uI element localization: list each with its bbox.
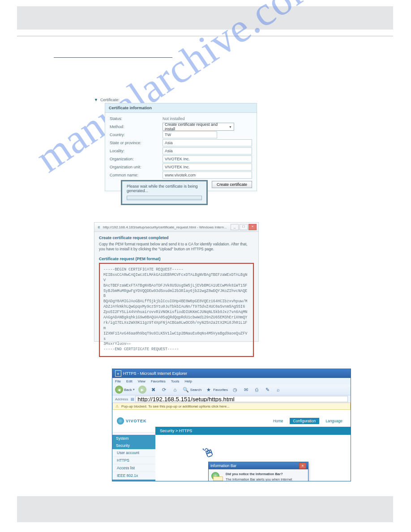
panel-title: Certificate information: [105, 103, 257, 113]
nav-configuration[interactable]: Configuration: [290, 418, 320, 424]
common-name-label: Common name:: [110, 173, 163, 177]
nav-language[interactable]: Language: [322, 418, 346, 424]
generating-certificate-dialog: Please wait while the certificate is bei…: [121, 180, 208, 205]
browser-window: e HTTPS - Microsoft Internet Explorer Fi…: [112, 369, 351, 481]
page-icon: ▤: [131, 397, 134, 401]
request-completed-heading: Create certificate request completed: [99, 236, 254, 240]
search-icon[interactable]: 🔍: [182, 386, 189, 393]
browser-title: HTTPS - Microsoft Internet Explorer: [123, 371, 187, 376]
state-label: State or province:: [110, 141, 163, 145]
request-instructions: Copy the PEM format request below and se…: [99, 242, 254, 252]
pem-subheading: Certificate request (PEM format): [99, 257, 254, 261]
home-icon[interactable]: ⌂: [171, 386, 179, 393]
browser-address-bar: Address ▤: [112, 395, 351, 403]
browser-titlebar: e HTTPS - Microsoft Internet Explorer: [112, 369, 351, 378]
search-label: Search: [190, 388, 201, 392]
minimize-button[interactable]: _: [231, 224, 239, 230]
org-label: Organization:: [110, 157, 163, 161]
section-underline: [54, 53, 172, 58]
pem-line: rk/igI7ELXs2WX8K11gz9T4XpFNjACBGa0LwOCOh…: [103, 321, 249, 331]
brand: VIVOTEK: [117, 417, 147, 425]
window-titlebar: e http://192.168.4.183/setup/security/ce…: [94, 223, 258, 232]
history-icon[interactable]: ◷: [231, 386, 239, 393]
page-header-rule: [17, 36, 393, 36]
stop-icon[interactable]: ✖: [150, 386, 157, 393]
org-unit-label: Organization unit:: [110, 165, 163, 169]
favorites-label: Favorites: [213, 388, 228, 392]
pem-line: 3MsxrYluov==: [103, 342, 249, 347]
sidebar-group-security[interactable]: Security: [112, 442, 155, 449]
pem-line: MIIBssCCARwCAQIwczELMAkGA1UEBhMCVFcxDTAL…: [103, 273, 249, 283]
address-label: Address: [115, 397, 128, 401]
dialog-body-text: The Information Bar alerts you when Inte…: [226, 477, 305, 481]
sidebar-item-access-list[interactable]: Access list: [112, 464, 155, 472]
information-bar-dialog: Information Bar × Did you notice the Inf…: [208, 462, 308, 481]
method-selected-text: Create certificate request and install: [165, 122, 229, 131]
country-field[interactable]: [163, 131, 217, 138]
menu-tools[interactable]: Tools: [171, 379, 180, 383]
info-bar-icon: [211, 472, 223, 481]
main-panel: Information Bar × Did you notice the Inf…: [155, 435, 351, 481]
method-label: Method:: [110, 124, 163, 129]
menu-file[interactable]: File: [115, 379, 121, 383]
back-icon[interactable]: ◄: [115, 386, 123, 394]
certificate-section-label: Certificate:: [100, 98, 120, 102]
certificate-form-figure: ▼ Certificate: Certificate information S…: [94, 96, 257, 205]
close-button[interactable]: ×: [248, 224, 257, 230]
pem-line: IZXNF1IAvG46aa0h9bqT9u9ILKSV1lwC1p2BNauE…: [103, 331, 249, 342]
pem-line: BAcTBEFzaWExFTATBgNVBAoTDFJVk8USUsgSW5jL…: [103, 283, 249, 289]
back-label: Back: [124, 388, 132, 392]
pem-line: -----BEGIN CERTIFICATE REQUEST-----: [103, 267, 249, 273]
maximize-button[interactable]: □: [240, 224, 248, 230]
collapse-triangle-icon[interactable]: ▼: [94, 98, 98, 102]
sidebar-item-ieee8021x[interactable]: IEEE 802.1x: [112, 472, 155, 480]
popup-blocked-bar[interactable]: ⚠ Pop-up blocked. To see this pop-up or …: [112, 403, 351, 410]
certificate-info-panel: Certificate information Status: Not inst…: [105, 103, 257, 191]
menu-favorites[interactable]: Favorites: [151, 379, 166, 383]
page-content: VIVOTEK Home Configuration Language Secu…: [112, 410, 351, 481]
favorites-icon[interactable]: ★: [205, 386, 212, 393]
state-field[interactable]: [163, 139, 252, 146]
pem-line: ZpoSI2FY5Li44VnhuairovvRiVNOKisfiodDIUKK…: [103, 310, 249, 315]
breadcrumb: Security > HTTPS: [160, 429, 192, 433]
create-certificate-button[interactable]: Create certificate: [212, 181, 252, 188]
pem-request-window: e http://192.168.4.183/setup/security/ce…: [94, 222, 259, 342]
org-field[interactable]: [163, 155, 252, 163]
popup-blocked-text: Pop-up blocked. To see this pop-up or ad…: [121, 404, 230, 408]
dialog-close-button[interactable]: ×: [299, 463, 306, 469]
locality-label: Locality:: [110, 149, 163, 153]
forward-icon[interactable]: ►: [138, 386, 146, 394]
sidebar-item-https[interactable]: HTTPS: [112, 457, 155, 464]
sidebar-group-network[interactable]: Network: [112, 480, 155, 481]
address-input[interactable]: [135, 396, 348, 402]
dialog-heading: Did you notice the Information Bar?: [226, 472, 305, 476]
common-name-field[interactable]: [163, 172, 252, 179]
refresh-icon[interactable]: ⟳: [161, 386, 168, 393]
sidebar: System Security User account HTTPS Acces…: [112, 435, 155, 481]
status-value: Not installed: [163, 116, 185, 121]
window-address-text: http://192.168.4.183/setup/security/cert…: [103, 225, 231, 229]
brand-text: VIVOTEK: [126, 419, 147, 423]
pem-line: -----END CERTIFICATE REQUEST-----: [103, 347, 249, 352]
menu-help[interactable]: Help: [184, 379, 192, 383]
menu-view[interactable]: View: [138, 379, 146, 383]
sidebar-group-system[interactable]: System: [112, 435, 155, 442]
method-dropdown[interactable]: Create certificate request and install ▼: [163, 123, 234, 131]
pem-text-block[interactable]: -----BEGIN CERTIFICATE REQUEST----- MIIB…: [99, 263, 254, 357]
pem-line: BQADgY0AMIGJAoGBALffSjkjblCcuIOHp4BE0W0p…: [103, 299, 249, 305]
org-unit-field[interactable]: [163, 163, 252, 171]
edit-icon[interactable]: ✎: [264, 386, 271, 393]
certificate-form: Status: Not installed Method: Create cer…: [105, 113, 257, 191]
research-icon[interactable]: ⌕: [274, 386, 282, 393]
country-label: Country:: [110, 133, 163, 137]
chevron-down-icon: ▼: [229, 125, 232, 129]
print-icon[interactable]: ⎙: [253, 386, 260, 393]
locality-field[interactable]: [163, 147, 252, 154]
mail-icon[interactable]: ✉: [242, 386, 249, 393]
nav-home[interactable]: Home: [270, 418, 287, 424]
menu-edit[interactable]: Edit: [126, 379, 133, 383]
status-label: Status:: [110, 116, 163, 121]
sidebar-item-user-account[interactable]: User account: [112, 449, 155, 457]
page-footer-bar: [17, 496, 393, 522]
breadcrumb-bar: Security > HTTPS: [155, 427, 351, 435]
